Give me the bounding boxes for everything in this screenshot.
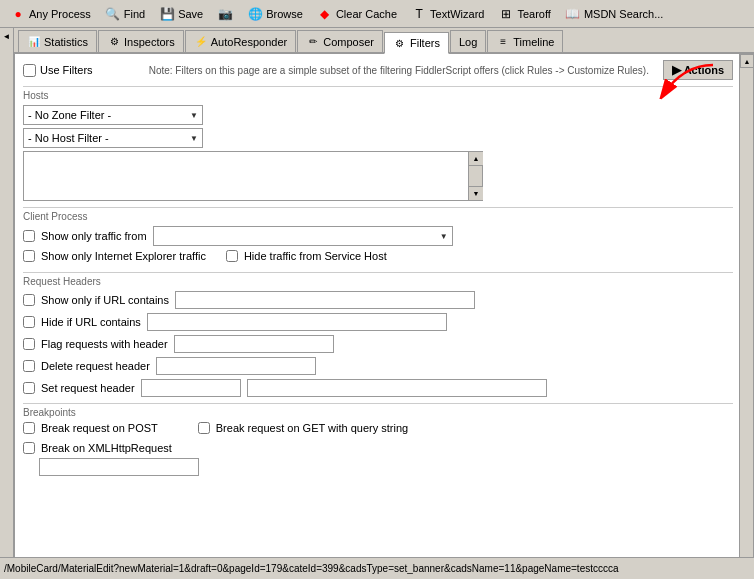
break-xmlhttp-checkbox[interactable] — [23, 442, 35, 454]
host-filter-value: - No Host Filter - — [28, 132, 109, 144]
hide-url-row: Hide if URL contains — [23, 313, 733, 331]
any-process-icon: ● — [10, 6, 26, 22]
break-get-checkbox[interactable] — [198, 422, 210, 434]
textwizard-button[interactable]: T TextWizard — [405, 4, 490, 24]
show-traffic-label: Show only traffic from — [41, 230, 147, 242]
hosts-textarea[interactable]: ▲ ▼ — [23, 151, 483, 201]
tab-timeline[interactable]: ≡ Timeline — [487, 30, 563, 52]
save-button[interactable]: 💾 Save — [153, 4, 209, 24]
set-header-label: Set request header — [41, 382, 135, 394]
hide-url-input[interactable] — [147, 313, 447, 331]
host-filter-select[interactable]: - No Host Filter - ▼ — [23, 128, 203, 148]
statistics-tab-icon: 📊 — [27, 35, 41, 49]
statistics-tab-label: Statistics — [44, 36, 88, 48]
tearoff-label: Tearoff — [517, 8, 550, 20]
set-header-row: Set request header — [23, 379, 733, 397]
tab-statistics[interactable]: 📊 Statistics — [18, 30, 97, 52]
log-tab-label: Log — [459, 36, 477, 48]
hide-service-checkbox[interactable] — [226, 250, 238, 262]
hosts-section: Hosts - No Zone Filter - ▼ - No Host Fil… — [23, 86, 733, 201]
camera-icon: 📷 — [217, 6, 233, 22]
textwizard-label: TextWizard — [430, 8, 484, 20]
break-xmlhttp-label: Break on XMLHttpRequest — [41, 442, 172, 454]
break-post-label: Break request on POST — [41, 422, 158, 434]
actions-button[interactable]: ▶ Actions — [663, 60, 733, 80]
scrollbar-up-btn[interactable]: ▲ — [740, 54, 754, 68]
extra-input[interactable] — [39, 458, 199, 476]
clear-cache-label: Clear Cache — [336, 8, 397, 20]
show-url-checkbox[interactable] — [23, 294, 35, 306]
browse-button[interactable]: 🌐 Browse — [241, 4, 309, 24]
hide-service-row: Hide traffic from Service Host — [226, 250, 387, 262]
composer-tab-label: Composer — [323, 36, 374, 48]
request-headers-label: Request Headers — [23, 272, 733, 287]
save-label: Save — [178, 8, 203, 20]
use-filters-checkbox[interactable] — [23, 64, 36, 77]
composer-tab-icon: ✏ — [306, 35, 320, 49]
tearoff-icon: ⊞ — [498, 6, 514, 22]
breakpoints-label: Breakpoints — [23, 403, 733, 418]
flag-header-input[interactable] — [174, 335, 334, 353]
hide-url-label: Hide if URL contains — [41, 316, 141, 328]
filters-tab-icon: ⚙ — [393, 36, 407, 50]
find-label: Find — [124, 8, 145, 20]
left-panel-arrow[interactable]: ◄ — [3, 32, 11, 41]
delete-header-input[interactable] — [156, 357, 316, 375]
textarea-right-scrollbar[interactable]: ▲ ▼ — [468, 152, 482, 200]
inspectors-tab-label: Inspectors — [124, 36, 175, 48]
set-header-value-input[interactable] — [247, 379, 547, 397]
tearoff-button[interactable]: ⊞ Tearoff — [492, 4, 556, 24]
breakpoints-row1: Break request on POST Break request on G… — [23, 422, 733, 438]
flag-header-label: Flag requests with header — [41, 338, 168, 350]
delete-header-checkbox[interactable] — [23, 360, 35, 372]
host-filter-arrow: ▼ — [190, 134, 198, 143]
tab-inspectors[interactable]: ⚙ Inspectors — [98, 30, 184, 52]
zone-filter-arrow: ▼ — [190, 111, 198, 120]
clear-cache-button[interactable]: ◆ Clear Cache — [311, 4, 403, 24]
textarea-scroll-down[interactable]: ▼ — [469, 186, 483, 200]
hide-url-checkbox[interactable] — [23, 316, 35, 328]
ie-traffic-label: Show only Internet Explorer traffic — [41, 250, 206, 262]
msdn-label: MSDN Search... — [584, 8, 663, 20]
flag-header-checkbox[interactable] — [23, 338, 35, 350]
delete-header-row: Delete request header — [23, 357, 733, 375]
ie-traffic-row: Show only Internet Explorer traffic Hide… — [23, 250, 733, 266]
find-button[interactable]: 🔍 Find — [99, 4, 151, 24]
filters-tab-label: Filters — [410, 37, 440, 49]
tab-filters[interactable]: ⚙ Filters — [384, 32, 449, 54]
set-header-checkbox[interactable] — [23, 382, 35, 394]
browse-label: Browse — [266, 8, 303, 20]
break-xmlhttp-row: Break on XMLHttpRequest — [23, 442, 733, 454]
set-header-key-input[interactable] — [141, 379, 241, 397]
show-url-input[interactable] — [175, 291, 475, 309]
textwizard-icon: T — [411, 6, 427, 22]
filters-note: Note: Filters on this page are a simple … — [143, 64, 655, 77]
browse-icon: 🌐 — [247, 6, 263, 22]
break-post-checkbox[interactable] — [23, 422, 35, 434]
timeline-tab-icon: ≡ — [496, 35, 510, 49]
breakpoints-section: Breakpoints Break request on POST Break … — [23, 403, 733, 476]
tab-log[interactable]: Log — [450, 30, 486, 52]
actions-icon: ▶ — [672, 63, 681, 77]
client-process-label: Client Process — [23, 207, 733, 222]
msdn-search-button[interactable]: 📖 MSDN Search... — [559, 4, 669, 24]
any-process-button[interactable]: ● Any Process — [4, 4, 97, 24]
process-select[interactable]: ▼ — [153, 226, 453, 246]
tab-composer[interactable]: ✏ Composer — [297, 30, 383, 52]
textarea-scroll-up[interactable]: ▲ — [469, 152, 483, 166]
zone-filter-select[interactable]: - No Zone Filter - ▼ — [23, 105, 203, 125]
camera-button[interactable]: 📷 — [211, 4, 239, 24]
right-scrollbar[interactable]: ▲ ▼ — [739, 54, 753, 578]
show-url-label: Show only if URL contains — [41, 294, 169, 306]
status-bar: /MobileCard/MaterialEdit?newMaterial=1&d… — [0, 557, 754, 579]
clear-cache-icon: ◆ — [317, 6, 333, 22]
hosts-label: Hosts — [23, 86, 733, 101]
show-traffic-checkbox[interactable] — [23, 230, 35, 242]
msdn-icon: 📖 — [565, 6, 581, 22]
filters-header-row: Use Filters Note: Filters on this page a… — [23, 60, 733, 80]
tab-autoresponder[interactable]: ⚡ AutoResponder — [185, 30, 296, 52]
delete-header-label: Delete request header — [41, 360, 150, 372]
layout: ◄ 📊 Statistics ⚙ Inspectors ⚡ AutoRespon… — [0, 28, 754, 579]
timeline-tab-label: Timeline — [513, 36, 554, 48]
ie-traffic-checkbox[interactable] — [23, 250, 35, 262]
